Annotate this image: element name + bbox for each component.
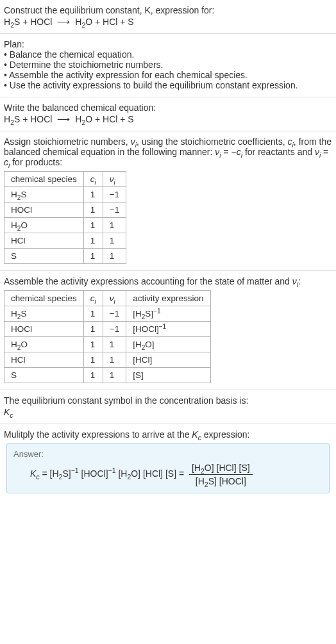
table-header-row: chemical species ci νi activity expressi… [4,291,211,306]
cell-species: HOCl [4,322,84,337]
activity-section: Assemble the activity expressions accoun… [0,271,336,390]
cell-nui: −1 [103,322,126,337]
cell-ci: 1 [83,249,103,264]
cell-ci: 1 [83,202,103,218]
balanced-section: Write the balanced chemical equation: H2… [0,97,336,131]
cell-ci: 1 [83,233,103,249]
cell-activity: [H2O] [126,337,210,352]
cell-ci: 1 [83,322,103,337]
cell-ci: 1 [83,337,103,352]
cell-ci: 1 [83,352,103,368]
cell-ci: 1 [83,187,103,202]
cell-species: S [4,368,84,383]
header-section: Construct the equilibrium constant, K, e… [0,0,336,34]
kc-symbol-line1: The equilibrium constant symbol in the c… [4,395,332,406]
table-row: HCl 1 1 [4,233,126,249]
plan-item: • Balance the chemical equation. [4,49,332,60]
plan-section: Plan: • Balance the chemical equation. •… [0,34,336,97]
kc-frac-den: [H2S] [HOCl] [189,475,253,486]
table-row: H2O 1 1 [4,218,126,233]
header-line1: Construct the equilibrium constant, K, e… [4,5,332,15]
stoich-intro: Assign stoichiometric numbers, νi, using… [4,136,332,167]
cell-species: HCl [4,352,84,368]
col-species: chemical species [4,291,84,306]
table-row: HOCl 1 −1 [HOCl]−1 [4,322,211,337]
answer-box: Answer: Kc = [H2S]−1 [HOCl]−1 [H2O] [HCl… [6,443,330,493]
table-row: H2O 1 1 [H2O] [4,337,211,352]
col-species: chemical species [4,172,84,187]
cell-ci: 1 [83,306,103,322]
table-row: S 1 1 [S] [4,368,211,383]
balanced-equation: H2S + HOCl ⟶ H2O + HCl + S [4,114,332,124]
cell-nui: 1 [103,218,126,233]
cell-activity: [H2S]−1 [126,306,210,322]
stoich-section: Assign stoichiometric numbers, νi, using… [0,131,336,271]
cell-ci: 1 [83,218,103,233]
table-row: HOCl 1 −1 [4,202,126,218]
cell-species: HOCl [4,202,84,218]
cell-nui: 1 [103,249,126,264]
cell-species: HCl [4,233,84,249]
multiply-section: Mulitply the activity expressions to arr… [0,424,336,505]
cell-species: H2O [4,337,84,352]
kc-fraction: [H2O] [HCl] [S] [H2S] [HOCl] [189,463,253,486]
plan-title: Plan: [4,39,332,49]
cell-nui: 1 [103,337,126,352]
table-row: HCl 1 1 [HCl] [4,352,211,368]
kc-symbol-line2: Kc [4,407,332,417]
table-row: S 1 1 [4,249,126,264]
plan-item: • Use the activity expressions to build … [4,80,332,90]
multiply-title: Mulitply the activity expressions to arr… [4,429,332,440]
cell-species: H2S [4,306,84,322]
stoich-table: chemical species ci νi H2S 1 −1 HOCl 1 −… [4,171,126,264]
cell-activity: [S] [126,368,210,383]
kc-expression: Kc = [H2S]−1 [HOCl]−1 [H2O] [HCl] [S] = … [13,463,323,486]
kc-symbol-section: The equilibrium constant symbol in the c… [0,390,336,424]
cell-species: S [4,249,84,264]
col-activity: activity expression [126,291,210,306]
table-header-row: chemical species ci νi [4,172,126,187]
col-ci: ci [83,172,103,187]
cell-ci: 1 [83,368,103,383]
cell-activity: [HOCl]−1 [126,322,210,337]
cell-nui: 1 [103,352,126,368]
plan-item: • Determine the stoichiometric numbers. [4,60,332,70]
cell-species: H2O [4,218,84,233]
cell-nui: 1 [103,233,126,249]
col-nui: νi [103,291,126,306]
cell-species: H2S [4,187,84,202]
table-row: H2S 1 −1 [H2S]−1 [4,306,211,322]
cell-nui: 1 [103,368,126,383]
activity-intro: Assemble the activity expressions accoun… [4,276,332,286]
table-row: H2S 1 −1 [4,187,126,202]
activity-table: chemical species ci νi activity expressi… [4,290,211,383]
header-equation: H2S + HOCl ⟶ H2O + HCl + S [4,17,332,27]
cell-nui: −1 [103,202,126,218]
kc-left: Kc = [H2S]−1 [HOCl]−1 [H2O] [HCl] [S] = [30,468,187,479]
plan-item: • Assemble the activity expression for e… [4,70,332,80]
cell-nui: −1 [103,306,126,322]
col-nui: νi [103,172,126,187]
kc-frac-num: [H2O] [HCl] [S] [189,463,253,475]
balanced-title: Write the balanced chemical equation: [4,103,332,113]
cell-activity: [HCl] [126,352,210,368]
answer-label: Answer: [13,449,323,459]
col-ci: ci [83,291,103,306]
cell-nui: −1 [103,187,126,202]
